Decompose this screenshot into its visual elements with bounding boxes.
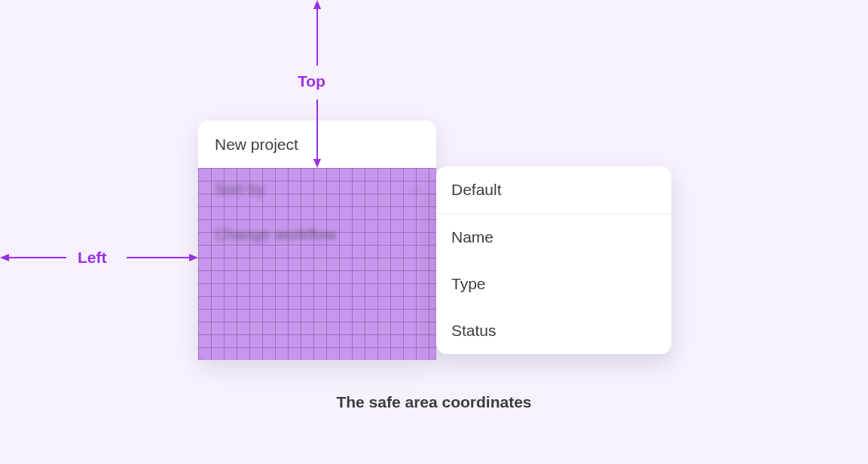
label-left: Left [78,249,107,267]
diagram-stage: New project Sort by › Change workflow De… [0,0,868,464]
submenu: Default Name Type Status [436,166,671,354]
caption: The safe area coordinates [0,393,868,411]
submenu-item-label: Name [451,228,494,246]
menu-item-label: Sort by [215,180,265,198]
submenu-item-label: Status [451,322,497,340]
chevron-right-icon: › [414,182,418,197]
menu-item-sort-by[interactable]: Sort by › [215,180,418,198]
menu-item-change-workflow[interactable]: Change workflow [215,225,336,243]
svg-marker-7 [189,254,198,261]
label-top: Top [298,72,326,90]
menu-item-label: New project [215,136,298,154]
svg-marker-3 [313,159,321,168]
submenu-item-label: Default [451,181,502,199]
svg-marker-1 [313,0,321,9]
menu-item-label: Change workflow [215,225,336,243]
submenu-item-default[interactable]: Default [436,166,671,213]
submenu-item-label: Type [451,275,486,293]
submenu-item-name[interactable]: Name [436,214,671,261]
submenu-item-status[interactable]: Status [436,307,671,354]
submenu-item-type[interactable]: Type [436,261,671,307]
svg-marker-5 [0,254,9,261]
safe-area-overlay: Sort by › Change workflow [198,168,436,360]
